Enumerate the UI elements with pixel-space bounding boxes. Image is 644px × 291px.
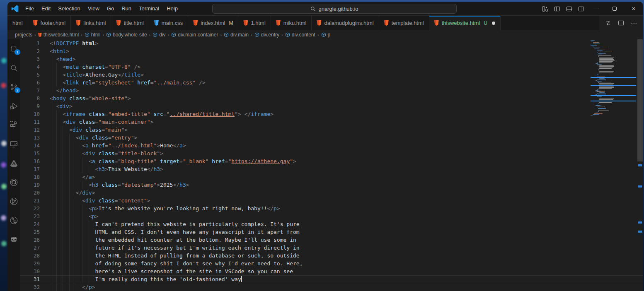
code-line-10[interactable]: 10<iframe class="embed-title" src="../sh…: [20, 110, 643, 118]
tab-index.html[interactable]: index.htmlM: [188, 16, 238, 30]
tab-footer.html[interactable]: footer.html: [28, 16, 71, 30]
indent-guide: [76, 181, 76, 189]
code-line-7[interactable]: 7</head>: [20, 87, 643, 94]
code-line-6[interactable]: 6<link rel="stylesheet" href="../main.cs…: [20, 79, 643, 87]
code-line-11[interactable]: 11<div class="main-container">: [20, 118, 643, 126]
tab-links.html[interactable]: links.html: [71, 16, 111, 30]
open-changes-icon[interactable]: [605, 20, 611, 26]
code-line-20[interactable]: 20</div>: [20, 189, 643, 197]
code-line-19[interactable]: 19<h3 class="datestamp">2025</h3>: [20, 181, 643, 189]
tab-dalamudplugins.html[interactable]: dalamudplugins.html: [312, 16, 379, 30]
code-line-5[interactable]: 5<title>Athene.Gay</title>: [20, 71, 643, 79]
minimap[interactable]: [591, 40, 636, 116]
line-number: 10: [20, 110, 40, 118]
code-line-14[interactable]: 14<a href="../index.html">Home</a>: [20, 142, 643, 149]
menu-go[interactable]: Go: [104, 4, 117, 13]
code-line-27[interactable]: 27future if it's necessary but I'm writi…: [20, 244, 643, 252]
tab-thiswebsite.html[interactable]: thiswebsite.htmlU: [429, 16, 501, 30]
breadcrumb-item-div[interactable]: div: [153, 32, 165, 38]
tab-miku.html[interactable]: miku.html: [271, 16, 312, 30]
command-center-search[interactable]: gnargle.github.io: [212, 4, 457, 14]
code-line-21[interactable]: 21<div class="content">: [20, 197, 643, 204]
html-file-icon: [434, 20, 439, 26]
menu-view[interactable]: View: [85, 4, 103, 13]
activity-gitlens[interactable]: [9, 215, 19, 226]
breadcrumb-item-div.entry[interactable]: div.entry: [254, 32, 279, 38]
activity-github[interactable]: [9, 177, 19, 188]
menu-file[interactable]: File: [22, 4, 37, 13]
toggle-primary-sidebar-icon[interactable]: [554, 6, 560, 12]
breadcrumb-item-projects[interactable]: projects: [15, 32, 32, 38]
breadcrumb-separator: ›: [81, 32, 82, 37]
tab-title.html[interactable]: title.html: [111, 16, 149, 30]
breadcrumb-item-p[interactable]: p: [321, 32, 331, 38]
code-line-8[interactable]: 8<body class="whole-site">: [20, 94, 643, 102]
tab-1.html[interactable]: 1.html: [238, 16, 271, 30]
menu-selection[interactable]: Selection: [55, 4, 83, 13]
code-line-29[interactable]: 29of doing some fancy shit I don't see w…: [20, 260, 643, 267]
code-line-3[interactable]: 3<head>: [20, 55, 643, 63]
code-editor[interactable]: 1<!DOCTYPE html>2<html>3<head>4<meta cha…: [20, 39, 643, 291]
code-line-17[interactable]: 17<h3>This Website</h3>: [20, 165, 643, 173]
activity-explorer[interactable]: 1: [9, 43, 19, 54]
code-line-4[interactable]: 4<meta charset="UTF-8" />: [20, 63, 643, 71]
close-button[interactable]: ✕: [624, 2, 643, 16]
desktop-icon-blob: [1, 58, 7, 63]
breadcrumb-item-body.whole-site[interactable]: body.whole-site: [106, 32, 147, 38]
code-line-12[interactable]: 12<div class="main">: [20, 126, 643, 134]
code-line-1[interactable]: 1<!DOCTYPE html>: [20, 39, 643, 47]
activity-run-debug[interactable]: [9, 101, 19, 111]
maximize-button[interactable]: [605, 2, 624, 16]
code-line-28[interactable]: 28the HTML instead of pulling from a dat…: [20, 252, 643, 260]
breadcrumb-item-div.content[interactable]: div.content: [285, 32, 315, 38]
menu-run[interactable]: Run: [118, 4, 135, 13]
code-line-18[interactable]: 18</a>: [20, 173, 643, 181]
menu-edit[interactable]: Edit: [38, 4, 54, 13]
more-actions-icon[interactable]: ⋯: [631, 19, 637, 27]
indent-guide: [56, 212, 57, 220]
activity-search[interactable]: [9, 63, 19, 73]
toggle-panel-icon[interactable]: [566, 6, 572, 12]
code-line-32[interactable]: 32</p>: [20, 283, 643, 291]
line-number: 15: [20, 149, 40, 157]
indent-guide: [89, 236, 89, 244]
code-line-30[interactable]: 30here's a live screenshot of the site i…: [20, 267, 643, 275]
scrollbar-thumb[interactable]: [637, 39, 643, 161]
unsaved-dot-icon[interactable]: [492, 22, 495, 25]
activity-extensions[interactable]: [9, 120, 19, 130]
code-line-2[interactable]: 2<html>: [20, 47, 643, 55]
activity-godot[interactable]: [9, 234, 19, 245]
code-line-31[interactable]: 31I'm really doing this the 'old-fashion…: [20, 275, 643, 283]
code-line-23[interactable]: 23<p>: [20, 212, 643, 220]
breadcrumb-item-thiswebsite.html[interactable]: thiswebsite.html: [38, 32, 79, 38]
indent-guide: [56, 267, 57, 275]
code-line-9[interactable]: 9<div>: [20, 102, 643, 110]
breadcrumb-item-div.main-container[interactable]: div.main-container: [171, 32, 218, 38]
code-text: <div class="title-block">: [50, 149, 163, 157]
menu-terminal[interactable]: Terminal: [136, 4, 162, 13]
customize-layout-icon[interactable]: [542, 6, 548, 12]
tab-html[interactable]: html: [7, 16, 28, 30]
code-line-13[interactable]: 13<div class="entry">: [20, 134, 643, 142]
minimap-line: [599, 78, 605, 79]
minimize-button[interactable]: [586, 2, 605, 16]
code-line-24[interactable]: 24I can't pretend this website is partic…: [20, 220, 643, 228]
editor-scrollbar[interactable]: [637, 39, 643, 291]
activity-remote-explorer[interactable]: [9, 139, 19, 149]
activity-a-shield[interactable]: [9, 158, 19, 168]
tab-main.css[interactable]: main.css: [149, 16, 188, 30]
code-line-15[interactable]: 15<div class="title-block">: [20, 149, 643, 157]
breadcrumb-item-html[interactable]: html: [85, 32, 101, 38]
activity-git-graph[interactable]: [9, 196, 19, 207]
code-text: <head>: [50, 55, 76, 63]
toggle-secondary-sidebar-icon[interactable]: [578, 6, 584, 12]
code-line-25[interactable]: 25HTML and CSS. I don't even have any ja…: [20, 228, 643, 236]
breadcrumb-item-div.main[interactable]: div.main: [224, 32, 249, 38]
tab-template.html[interactable]: template.html: [379, 16, 429, 30]
activity-source-control[interactable]: 2: [9, 82, 19, 92]
code-line-22[interactable]: 22<p>It's the website you're looking at …: [20, 204, 643, 212]
split-editor-icon[interactable]: [618, 20, 624, 26]
code-line-16[interactable]: 16<a class="blog-title" target="_blank" …: [20, 157, 643, 165]
code-line-26[interactable]: 26the embedded hit counter at the bottom…: [20, 236, 643, 244]
menu-help[interactable]: Help: [163, 4, 181, 13]
